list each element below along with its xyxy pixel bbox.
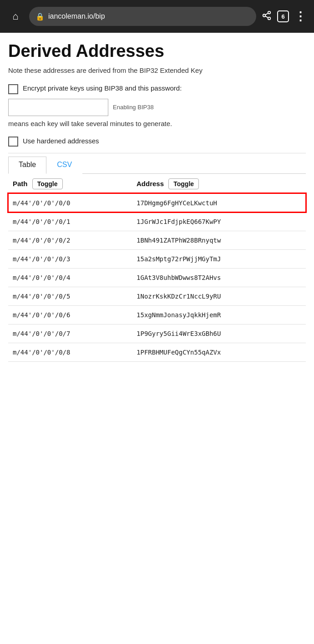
url-bar[interactable]: 🔒 iancoleman.io/bip xyxy=(29,7,256,26)
path-cell: m/44'/0'/0'/0/3 xyxy=(8,249,132,268)
address-cell: 15xgNmmJonasyJqkkHjemR xyxy=(132,305,306,324)
tabs-section: Table CSV Path Toggle Address Toggle m/4… xyxy=(8,153,306,362)
lock-icon: 🔒 xyxy=(35,12,45,21)
page-subtitle: Note these addresses are derived from th… xyxy=(8,66,306,75)
path-cell: m/44'/0'/0'/0/7 xyxy=(8,324,132,343)
svg-point-0 xyxy=(268,11,271,14)
tab-csv[interactable]: CSV xyxy=(46,157,82,174)
addresses-table: Path Toggle Address Toggle m/44'/0'/0'/0… xyxy=(8,174,306,362)
table-row[interactable]: m/44'/0'/0'/0/017DHgmg6FgHYCeLKwctuH xyxy=(8,193,306,213)
bip38-label: Encrypt private keys using BIP38 and thi… xyxy=(23,83,182,94)
page-content: Derived Addresses Note these addresses a… xyxy=(0,33,314,373)
tab-count-badge[interactable]: 6 xyxy=(277,10,289,22)
table-row[interactable]: m/44'/0'/0'/0/11JGrWJc1FdjpkEQ667KwPY xyxy=(8,212,306,231)
path-cell: m/44'/0'/0'/0/8 xyxy=(8,343,132,361)
url-text: iancoleman.io/bip xyxy=(48,12,250,20)
table-row[interactable]: m/44'/0'/0'/0/615xgNmmJonasyJqkkHjemR xyxy=(8,305,306,324)
table-row[interactable]: m/44'/0'/0'/0/41GAt3V8uhbWDwws8T2AHvs xyxy=(8,268,306,287)
share-icon[interactable] xyxy=(262,10,272,23)
address-cell: 1JGrWJc1FdjpkEQ667KwPY xyxy=(132,212,306,231)
bip38-checkbox[interactable] xyxy=(8,84,18,94)
col-path-header: Path Toggle xyxy=(8,174,132,193)
table-row[interactable]: m/44'/0'/0'/0/81PFRBHMUFeQgCYn55qAZVx xyxy=(8,343,306,361)
path-cell: m/44'/0'/0'/0/5 xyxy=(8,287,132,305)
tab-table[interactable]: Table xyxy=(8,157,46,174)
tabs-row: Table CSV xyxy=(8,153,306,174)
browser-menu-icon[interactable]: ⋮ xyxy=(294,10,307,24)
address-cell: 1GAt3V8uhbWDwws8T2AHvs xyxy=(132,268,306,287)
address-cell: 17DHgmg6FgHYCeLKwctuH xyxy=(132,193,306,213)
path-cell: m/44'/0'/0'/0/2 xyxy=(8,231,132,249)
svg-point-2 xyxy=(268,17,271,19)
address-toggle-button[interactable]: Toggle xyxy=(168,178,199,189)
path-cell: m/44'/0'/0'/0/1 xyxy=(8,212,132,231)
address-cell: 1PFRBHMUFeQgCYn55qAZVx xyxy=(132,343,306,361)
address-cell: 1P9Gyry5Gii4WrE3xGBh6U xyxy=(132,324,306,343)
path-toggle-button[interactable]: Toggle xyxy=(32,178,63,189)
table-row[interactable]: m/44'/0'/0'/0/71P9Gyry5Gii4WrE3xGBh6U xyxy=(8,324,306,343)
table-row[interactable]: m/44'/0'/0'/0/51NozrKskKDzCr1NccL9yRU xyxy=(8,287,306,305)
home-icon[interactable]: ⌂ xyxy=(7,10,24,22)
path-cell: m/44'/0'/0'/0/6 xyxy=(8,305,132,324)
col-address-header: Address Toggle xyxy=(132,174,306,193)
hardened-option-row: Use hardened addresses xyxy=(8,136,306,147)
bip38-password-input[interactable] xyxy=(8,99,108,116)
table-header-row: Path Toggle Address Toggle xyxy=(8,174,306,193)
address-cell: 1NozrKskKDzCr1NccL9yRU xyxy=(132,287,306,305)
page-title: Derived Addresses xyxy=(8,42,306,61)
bip38-inline-note: Enabling BIP38 xyxy=(113,104,154,111)
hardened-label: Use hardened addresses xyxy=(23,136,99,147)
bip38-warning: means each key will take several minutes… xyxy=(8,119,306,128)
svg-line-3 xyxy=(265,16,268,18)
table-row[interactable]: m/44'/0'/0'/0/21BNh491ZATPhW28BRnyqtw xyxy=(8,231,306,249)
hardened-checkbox[interactable] xyxy=(8,137,18,147)
path-cell: m/44'/0'/0'/0/4 xyxy=(8,268,132,287)
svg-point-1 xyxy=(263,14,266,17)
address-cell: 15a2sMptg72rPWjjMGyTmJ xyxy=(132,249,306,268)
bip38-option-row: Encrypt private keys using BIP38 and thi… xyxy=(8,83,306,94)
bip38-input-row: Enabling BIP38 xyxy=(8,99,306,116)
browser-chrome: ⌂ 🔒 iancoleman.io/bip 6 ⋮ xyxy=(0,0,314,33)
address-cell: 1BNh491ZATPhW28BRnyqtw xyxy=(132,231,306,249)
path-cell: m/44'/0'/0'/0/0 xyxy=(8,193,132,213)
svg-line-4 xyxy=(265,13,268,15)
table-row[interactable]: m/44'/0'/0'/0/315a2sMptg72rPWjjMGyTmJ xyxy=(8,249,306,268)
